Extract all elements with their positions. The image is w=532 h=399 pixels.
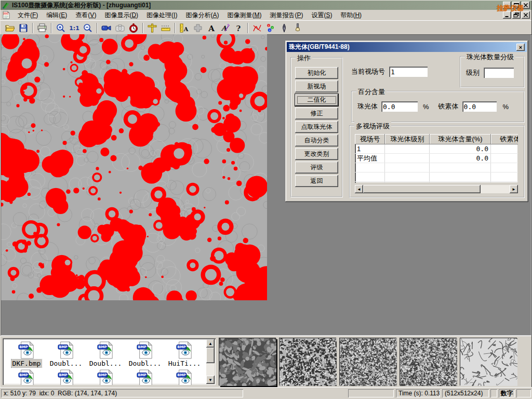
help-button[interactable]: ? bbox=[232, 22, 245, 34]
level-input[interactable] bbox=[484, 68, 514, 78]
file-item[interactable]: BMP bbox=[7, 369, 46, 385]
file-item[interactable]: BMP bbox=[46, 369, 86, 385]
zoom-out-icon bbox=[83, 23, 93, 33]
toolbar-separator bbox=[142, 23, 143, 33]
text-button[interactable]: A bbox=[205, 22, 218, 34]
thumbnail-3[interactable] bbox=[339, 338, 396, 385]
change-class-button[interactable]: 更改类别 bbox=[295, 148, 338, 160]
table-h-scrollbar[interactable]: ◄ ► bbox=[355, 185, 518, 193]
return-button[interactable]: 返回 bbox=[295, 175, 338, 187]
file-item[interactable]: BMP bbox=[86, 369, 125, 385]
menu-image-measure[interactable]: 图像测量(M) bbox=[223, 10, 265, 21]
current-field-input[interactable] bbox=[389, 66, 428, 77]
calibrate-ruler-button[interactable]: A bbox=[178, 22, 191, 34]
file-item-selected[interactable]: BMP DKF.bmp bbox=[7, 341, 46, 367]
save-button[interactable] bbox=[17, 22, 30, 34]
menu-image-analysis[interactable]: 图像分析(A) bbox=[181, 10, 223, 21]
pearlite-percent-input[interactable] bbox=[381, 101, 418, 112]
file-item[interactable]: BMP Doubl... bbox=[46, 341, 86, 367]
scroll-down-button[interactable]: ▼ bbox=[206, 376, 215, 384]
menu-measure-report[interactable]: 测量报告(P) bbox=[265, 10, 307, 21]
file-name: DKF.bmp bbox=[11, 360, 42, 367]
scrollbar-thumb[interactable] bbox=[363, 185, 481, 193]
print-button[interactable] bbox=[35, 22, 49, 34]
text-style-button[interactable]: A bbox=[218, 22, 232, 34]
stopwatch-button[interactable] bbox=[127, 22, 140, 34]
status-cursor-position: x: 510 y: 79 idx: 0 RGB: (174, 174, 174) bbox=[1, 389, 243, 397]
menu-file[interactable]: 文件(F) bbox=[14, 10, 42, 21]
ruler-button[interactable] bbox=[159, 22, 172, 34]
caliper-button[interactable] bbox=[145, 22, 159, 34]
mdi-restore-button[interactable] bbox=[512, 11, 521, 19]
scrollbar-thumb[interactable] bbox=[206, 348, 215, 363]
close-icon bbox=[523, 3, 529, 8]
grid-cross-button[interactable] bbox=[191, 22, 205, 34]
table-row[interactable]: 10.0 bbox=[355, 144, 518, 154]
scroll-right-button[interactable]: ► bbox=[510, 185, 518, 193]
file-item[interactable]: BMP bbox=[125, 369, 165, 385]
mdi-minimize-button[interactable] bbox=[503, 11, 511, 19]
mdi-close-button[interactable] bbox=[522, 11, 530, 19]
print-icon bbox=[37, 23, 47, 33]
svg-text:BMP: BMP bbox=[177, 373, 186, 377]
menu-image-process[interactable]: 图像处理(I) bbox=[142, 10, 181, 21]
menu-settings[interactable]: 设置(S) bbox=[307, 10, 336, 21]
scrollbar-track[interactable] bbox=[206, 363, 215, 376]
pick-pearlite-button[interactable]: 点取珠光体 bbox=[295, 121, 338, 133]
app-logo-icon bbox=[2, 2, 10, 9]
camera-button[interactable] bbox=[113, 22, 127, 34]
pen-button[interactable] bbox=[277, 22, 291, 34]
dialog-close-button[interactable]: × bbox=[516, 44, 525, 51]
menu-view[interactable]: 查看(V) bbox=[71, 10, 100, 21]
menu-edit[interactable]: 编辑(E) bbox=[42, 10, 71, 21]
actual-size-icon: 1:1 bbox=[69, 23, 79, 33]
file-item[interactable]: BMP Doubl... bbox=[125, 341, 165, 367]
thumbnail-4[interactable] bbox=[400, 338, 457, 385]
scroll-up-button[interactable]: ▲ bbox=[206, 339, 215, 348]
rate-button[interactable]: 评级 bbox=[295, 162, 338, 174]
video-camera-button[interactable] bbox=[100, 22, 113, 34]
bottom-panel: BMP DKF.bmp BMP Doubl... BMP Doubl... bbox=[1, 336, 531, 388]
ferrite-percent-input[interactable] bbox=[462, 101, 497, 112]
actual-size-button[interactable]: 1:1 bbox=[68, 22, 81, 34]
file-list-scrollbar[interactable]: ▲ ▼ bbox=[206, 339, 215, 384]
table-column-header: 视场号 bbox=[355, 134, 385, 144]
menu-image-display[interactable]: 图像显示(D) bbox=[100, 10, 142, 21]
table-cell bbox=[491, 154, 518, 163]
thumbnail-1[interactable] bbox=[219, 338, 276, 385]
file-item[interactable]: BMP HuiTi... bbox=[165, 341, 204, 367]
zoom-in-button[interactable] bbox=[54, 22, 68, 34]
binarize-button[interactable]: 二值化 bbox=[295, 94, 338, 106]
open-icon bbox=[5, 23, 15, 33]
file-item[interactable]: BMP Doubl... bbox=[86, 341, 125, 367]
correct-button[interactable]: 修正 bbox=[295, 108, 338, 119]
maximize-button[interactable] bbox=[512, 2, 521, 9]
initialize-button[interactable]: 初始化 bbox=[295, 67, 338, 79]
spline-curve-button[interactable] bbox=[250, 22, 264, 34]
table-row[interactable] bbox=[355, 172, 518, 182]
thumbnail-5[interactable] bbox=[460, 338, 517, 385]
table-row[interactable] bbox=[355, 182, 518, 183]
table-row[interactable]: 平均值0.0 bbox=[355, 154, 518, 163]
new-field-button[interactable]: 新视场 bbox=[295, 81, 338, 92]
multi-field-table: 视场号珠光体级别珠光体含量(%)铁素体含量(%) 10.0平均值0.0 bbox=[355, 134, 518, 183]
color-classify-button[interactable]: 123 bbox=[264, 22, 277, 34]
pearlite-unit: % bbox=[423, 103, 429, 111]
document-icon: DOC bbox=[2, 11, 10, 19]
table-row[interactable] bbox=[355, 163, 518, 172]
micrograph-image[interactable] bbox=[1, 34, 267, 300]
menu-help[interactable]: 帮助(H) bbox=[336, 10, 366, 21]
dialog-titlebar[interactable]: 珠光体(GB/T9441-88) × bbox=[287, 42, 527, 52]
file-browser: BMP DKF.bmp BMP Doubl... BMP Doubl... bbox=[3, 338, 216, 385]
scroll-left-button[interactable]: ◄ bbox=[355, 185, 363, 193]
zoom-in-icon bbox=[56, 23, 66, 33]
zoom-out-button[interactable] bbox=[81, 22, 95, 34]
open-button[interactable] bbox=[3, 22, 17, 34]
scrollbar-track[interactable] bbox=[363, 185, 510, 193]
close-button[interactable] bbox=[522, 2, 530, 9]
minimize-button[interactable] bbox=[503, 2, 511, 9]
thumbnail-2[interactable] bbox=[279, 338, 336, 385]
brush-button[interactable] bbox=[291, 22, 304, 34]
auto-classify-button[interactable]: 自动分类 bbox=[295, 135, 338, 147]
file-item[interactable]: BMP bbox=[165, 369, 204, 385]
